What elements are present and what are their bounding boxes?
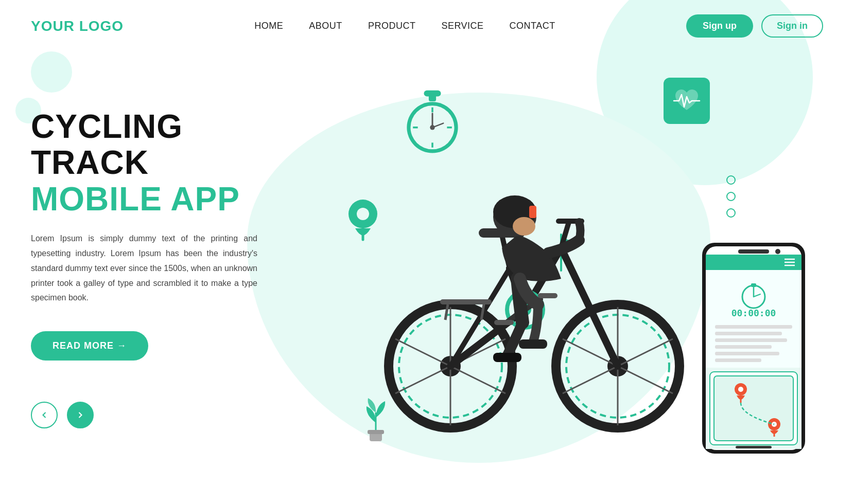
svg-rect-70	[715, 338, 787, 342]
svg-rect-73	[715, 358, 761, 362]
svg-rect-1	[424, 91, 441, 97]
heart-ecg-svg	[671, 85, 702, 116]
logo: YOUR LOGO	[31, 18, 124, 34]
svg-rect-44	[538, 293, 557, 298]
heart-rate-box	[664, 78, 710, 124]
heart-rate-icon	[664, 78, 710, 124]
svg-point-57	[775, 249, 780, 254]
nav-about[interactable]: ABOUT	[309, 21, 342, 31]
hero-description: Lorem Ipsum is simply dummy text of the …	[31, 231, 257, 305]
svg-point-79	[738, 387, 743, 392]
signup-button[interactable]: Sign up	[686, 14, 753, 38]
svg-rect-71	[715, 345, 772, 349]
hero-title-line2: MOBILE APP	[31, 181, 299, 217]
arrow-left-icon	[39, 410, 49, 420]
read-more-button[interactable]: READ MORE →	[31, 331, 148, 361]
next-arrow-button[interactable]	[67, 402, 94, 428]
phone-svg: 00:00:00	[700, 240, 808, 456]
hero-right: 00:00:00	[299, 67, 823, 474]
svg-rect-72	[715, 352, 779, 355]
svg-point-10	[430, 125, 434, 130]
nav-product[interactable]: PRODUCT	[368, 21, 416, 31]
svg-rect-56	[738, 249, 769, 254]
dot-1	[726, 175, 736, 185]
hero-title-line1: CYCLING TRACK	[31, 109, 299, 181]
svg-rect-66	[751, 283, 756, 287]
nav-service[interactable]: SERVICE	[441, 21, 483, 31]
hero-left: CYCLING TRACK MOBILE APP Lorem Ipsum is …	[31, 67, 299, 474]
svg-rect-69	[715, 332, 782, 335]
cyclist-illustration	[365, 145, 685, 445]
svg-rect-43	[494, 320, 514, 325]
dot-3	[726, 208, 736, 218]
slide-arrows	[31, 402, 299, 428]
dots-decoration	[726, 175, 736, 218]
navbar: YOUR LOGO HOME ABOUT PRODUCT SERVICE CON…	[0, 0, 854, 52]
svg-text:00:00:00: 00:00:00	[731, 308, 776, 318]
svg-rect-49	[519, 339, 547, 349]
signin-button[interactable]: Sign in	[761, 14, 823, 38]
dot-2	[726, 192, 736, 201]
nav-contact[interactable]: CONTACT	[510, 21, 555, 31]
bike-scene: 00:00:00	[299, 73, 823, 474]
prev-arrow-button[interactable]	[31, 402, 58, 428]
phone-mockup: 00:00:00	[700, 240, 808, 458]
nav-home[interactable]: HOME	[254, 21, 283, 31]
nav-links: HOME ABOUT PRODUCT SERVICE CONTACT	[254, 21, 555, 31]
cyclist-svg	[365, 145, 685, 443]
hero-section: CYCLING TRACK MOBILE APP Lorem Ipsum is …	[0, 52, 854, 474]
svg-rect-68	[715, 325, 792, 329]
svg-rect-45	[440, 299, 492, 304]
nav-buttons: Sign up Sign in	[686, 14, 823, 38]
svg-point-53	[513, 217, 535, 236]
arrow-right-icon	[75, 410, 85, 420]
svg-rect-82	[736, 446, 772, 448]
svg-rect-48	[493, 353, 521, 362]
svg-rect-52	[529, 206, 536, 218]
svg-rect-76	[714, 376, 793, 441]
